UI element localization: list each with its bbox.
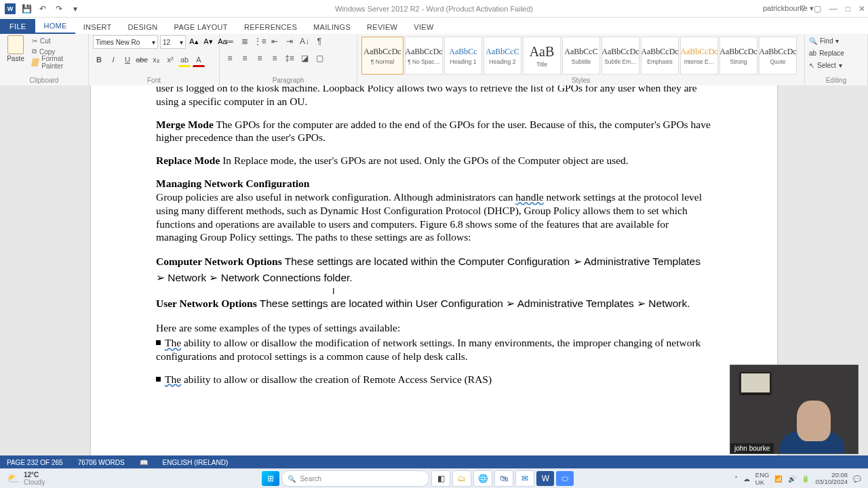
- tab-page-layout[interactable]: PAGE LAYOUT: [166, 20, 236, 34]
- bold-button[interactable]: B: [93, 54, 105, 66]
- paste-button[interactable]: Paste: [4, 35, 27, 62]
- style--normal[interactable]: AaBbCcDc¶ Normal: [361, 37, 403, 75]
- word-count[interactable]: 76706 WORDS: [78, 459, 125, 466]
- justify-button[interactable]: ≡: [269, 52, 281, 64]
- align-left-button[interactable]: ≡: [224, 52, 236, 64]
- task-view-icon[interactable]: ◧: [431, 470, 450, 487]
- replace-icon: ab: [809, 49, 816, 57]
- tab-mailings[interactable]: MAILINGS: [305, 20, 359, 34]
- explorer-icon[interactable]: 🗂: [452, 470, 471, 487]
- underline-button[interactable]: U: [121, 54, 134, 66]
- notifications-icon[interactable]: 💬: [853, 475, 861, 483]
- tab-file[interactable]: FILE: [0, 19, 35, 34]
- increase-font-icon[interactable]: A▴: [188, 35, 200, 47]
- clock[interactable]: 20:0803/10/2024: [815, 472, 848, 486]
- style-title[interactable]: AaBTitle: [523, 37, 561, 75]
- style--no-spac-[interactable]: AaBbCcDc¶ No Spac…: [405, 37, 443, 75]
- maximize-icon[interactable]: □: [846, 4, 850, 14]
- show-marks-button[interactable]: ¶: [313, 35, 326, 47]
- tab-insert[interactable]: INSERT: [75, 20, 120, 34]
- copy-icon: ⧉: [32, 47, 37, 56]
- style-strong[interactable]: AaBbCcDcStrong: [719, 37, 757, 75]
- tab-references[interactable]: REFERENCES: [236, 20, 305, 34]
- close-icon[interactable]: ✕: [859, 4, 865, 14]
- decrease-font-icon[interactable]: A▾: [202, 35, 214, 47]
- replace-button[interactable]: abReplace: [809, 47, 844, 59]
- style-intense-e-[interactable]: AaBbCcDcIntense E…: [680, 37, 718, 75]
- strikethrough-button[interactable]: abc: [136, 54, 148, 66]
- paragraph: Computer Network Options These settings …: [156, 253, 712, 286]
- style-subtle-em-[interactable]: AaBbCcDcSubtle Em…: [601, 37, 639, 75]
- tab-home[interactable]: HOME: [35, 19, 75, 34]
- decrease-indent-button[interactable]: ⇤: [269, 35, 281, 47]
- bullets-button[interactable]: ≔: [224, 35, 236, 47]
- ribbon-options-icon[interactable]: ▢: [814, 4, 821, 14]
- language-indicator[interactable]: ENGLISH (IRELAND): [163, 459, 229, 466]
- cut-button[interactable]: ✂Cut: [30, 35, 80, 46]
- word-taskbar-icon[interactable]: W: [536, 471, 554, 486]
- help-icon[interactable]: ?: [801, 4, 806, 14]
- taskbar-center: ⊞ 🔍Search ◧ 🗂 🌐 🛍 ✉ W ⬭: [102, 470, 734, 487]
- minimize-icon[interactable]: —: [829, 4, 837, 14]
- chevron-up-icon[interactable]: ˄: [734, 475, 738, 483]
- taskbar-search[interactable]: 🔍Search: [281, 470, 429, 487]
- onedrive-icon[interactable]: ☁: [743, 475, 750, 483]
- start-button[interactable]: ⊞: [262, 471, 279, 486]
- format-painter-button[interactable]: Format Painter: [30, 57, 80, 68]
- align-right-button[interactable]: ≡: [254, 52, 266, 64]
- borders-button[interactable]: ▢: [313, 52, 326, 64]
- document-content[interactable]: user is logged on to the kiosk machine. …: [156, 85, 712, 386]
- style-quote[interactable]: AaBbCcDcQuote: [759, 37, 797, 75]
- group-label-font: Font: [93, 77, 215, 85]
- taskbar: ⛅ 12°C Cloudy ⊞ 🔍Search ◧ 🗂 🌐 🛍 ✉ W ⬭ ˄ …: [0, 468, 868, 488]
- store-icon[interactable]: 🛍: [494, 470, 513, 487]
- style-heading-1[interactable]: AaBbCcHeading 1: [444, 37, 482, 75]
- clipboard-icon: [7, 35, 24, 54]
- weather-icon: ⛅: [7, 472, 20, 485]
- volume-icon[interactable]: 🔊: [788, 475, 796, 483]
- tab-view[interactable]: VIEW: [406, 20, 441, 34]
- font-name-select[interactable]: Times New Ro▾: [93, 35, 158, 49]
- page-indicator[interactable]: PAGE 232 OF 265: [7, 459, 63, 466]
- align-center-button[interactable]: ≡: [239, 52, 251, 64]
- zoom-taskbar-icon[interactable]: ⬭: [556, 471, 574, 486]
- shading-button[interactable]: ◪: [298, 52, 311, 64]
- person-head: [797, 401, 831, 441]
- font-color-button[interactable]: A: [193, 54, 205, 67]
- style-subtitle[interactable]: AaBbCcCSubtitle: [562, 37, 600, 75]
- weather-widget[interactable]: ⛅ 12°C Cloudy: [0, 471, 102, 486]
- page: user is logged on to the kiosk machine. …: [91, 85, 777, 455]
- wifi-icon[interactable]: 📶: [774, 475, 783, 483]
- qat-customize-icon[interactable]: ▾: [68, 1, 83, 16]
- line-spacing-button[interactable]: ‡≡: [283, 52, 296, 64]
- group-font: Times New Ro▾ 12▾ A▴ A▾ Aa B I U abc x₂ …: [89, 34, 220, 85]
- input-indicator[interactable]: ENGUK: [755, 471, 770, 486]
- proofing-icon[interactable]: 📖: [140, 459, 148, 466]
- style-heading-2[interactable]: AaBbCcCHeading 2: [484, 37, 521, 75]
- outlook-icon[interactable]: ✉: [515, 470, 534, 487]
- italic-button[interactable]: I: [107, 54, 119, 66]
- redo-icon[interactable]: ↷: [52, 1, 66, 16]
- tab-design[interactable]: DESIGN: [120, 20, 166, 34]
- search-icon: 🔍: [809, 37, 817, 45]
- superscript-button[interactable]: x²: [164, 54, 176, 66]
- undo-icon[interactable]: ↶: [35, 1, 50, 16]
- select-button[interactable]: ↖Select▾: [809, 60, 842, 71]
- video-overlay[interactable]: john bourke: [730, 365, 859, 454]
- subscript-button[interactable]: x₂: [150, 54, 162, 66]
- sort-button[interactable]: A↓: [298, 35, 311, 47]
- increase-indent-button[interactable]: ⇥: [283, 35, 296, 47]
- group-label-clipboard: Clipboard: [4, 77, 84, 85]
- find-button[interactable]: 🔍Find▾: [809, 35, 839, 47]
- multilevel-button[interactable]: ⋮≡: [254, 35, 266, 47]
- save-icon[interactable]: 💾: [19, 1, 34, 16]
- numbering-button[interactable]: ≣: [239, 35, 251, 47]
- edge-icon[interactable]: 🌐: [473, 470, 492, 487]
- group-editing: 🔍Find▾ abReplace ↖Select▾ Editing: [805, 34, 868, 85]
- tab-review[interactable]: REVIEW: [359, 20, 406, 34]
- style-emphasis[interactable]: AaBbCcDcEmphasis: [641, 37, 679, 75]
- font-size-select[interactable]: 12▾: [160, 35, 186, 49]
- word-app-icon[interactable]: W: [3, 1, 18, 16]
- highlight-button[interactable]: ab: [178, 54, 191, 67]
- battery-icon[interactable]: 🔋: [802, 475, 810, 483]
